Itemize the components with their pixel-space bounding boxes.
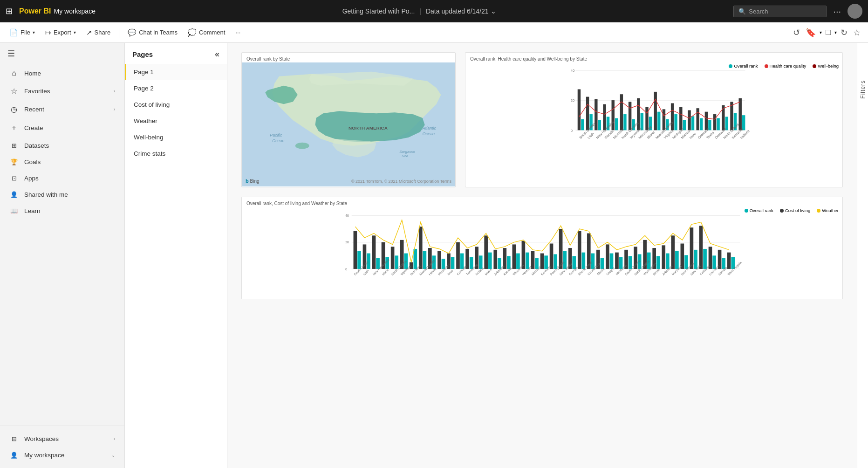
favorites-label: Favorites xyxy=(24,88,108,95)
sidebar-item-learn[interactable]: 📖 Learn xyxy=(0,203,124,219)
svg-rect-53 xyxy=(717,118,719,131)
goals-icon: 🏆 xyxy=(9,158,19,165)
favorite-icon[interactable]: ☆ xyxy=(851,26,862,40)
file-icon: 📄 xyxy=(9,28,18,37)
svg-text:Iowa: Iowa xyxy=(447,269,454,276)
sidebar-item-apps[interactable]: ⊡ Apps xyxy=(0,170,124,186)
legend-dot-overall xyxy=(729,64,732,68)
recent-label: Recent xyxy=(24,106,108,113)
legend-dot-healthcare xyxy=(765,64,768,68)
apps-icon: ⊡ xyxy=(9,175,19,182)
page-item-page2[interactable]: Page 2 xyxy=(125,80,227,96)
refresh-icon[interactable]: ↻ xyxy=(839,26,849,40)
svg-rect-22 xyxy=(586,97,589,131)
svg-rect-152 xyxy=(662,245,665,269)
export-button[interactable]: ↦ Export ▾ xyxy=(41,27,80,39)
svg-text:NORTH AMERICA: NORTH AMERICA xyxy=(349,125,388,131)
learn-label: Learn xyxy=(24,207,115,214)
datasets-label: Datasets xyxy=(24,142,115,149)
legend-label-healthcare: Health care quality xyxy=(770,63,806,69)
pages-collapse-button[interactable]: « xyxy=(215,49,219,59)
page-item-well-being[interactable]: Well-being xyxy=(125,129,227,145)
toolbar-ellipsis-icon: ··· xyxy=(235,29,240,36)
filters-label[interactable]: Filters xyxy=(860,80,866,99)
bar-chart-legend: Overall rank Health care quality Well-be… xyxy=(729,63,839,69)
shared-icon: 👤 xyxy=(9,191,19,198)
hamburger-button[interactable]: ☰ xyxy=(0,43,124,64)
page-item-weather[interactable]: Weather xyxy=(125,113,227,129)
secondary-toolbar: 📄 File ▾ ↦ Export ▾ ↗ Share 💬 Chat in Te… xyxy=(0,22,868,43)
pages-panel: Pages « Page 1 Page 2 Cost of living Wea… xyxy=(125,43,227,468)
svg-rect-30 xyxy=(620,94,623,130)
sidebar-item-datasets[interactable]: ⊞ Datasets xyxy=(0,138,124,154)
filters-panel[interactable]: Filters xyxy=(857,43,868,468)
svg-rect-156 xyxy=(681,243,684,268)
svg-rect-166 xyxy=(727,253,731,269)
powerbi-logo: Power BI xyxy=(19,7,51,15)
data-updated[interactable]: Data updated 6/14/21 ⌄ xyxy=(426,7,496,15)
pipe-separator: | xyxy=(419,7,421,15)
legend-healthcare: Health care quality xyxy=(765,63,806,69)
shared-label: Shared with me xyxy=(24,191,115,198)
undo-icon[interactable]: ↺ xyxy=(791,26,802,40)
map-chart-title: Overall rank by State xyxy=(242,53,455,62)
svg-rect-151 xyxy=(656,256,660,269)
legend-wellbeing: Well-being xyxy=(813,63,839,69)
legend2-weather: Weather xyxy=(817,208,839,213)
avatar[interactable] xyxy=(847,4,862,19)
waffle-icon[interactable]: ⊞ xyxy=(6,6,13,16)
legend-dot-wellbeing xyxy=(813,64,816,68)
map-svg: Pacific Ocean Atlantic Ocean NORTH AMERI… xyxy=(242,62,455,186)
comment-button[interactable]: 💭 Comment xyxy=(184,27,229,39)
sidebar-item-create[interactable]: ＋ Create xyxy=(0,118,124,138)
datasets-icon: ⊞ xyxy=(9,142,19,149)
svg-rect-42 xyxy=(671,103,674,131)
search-placeholder: Search xyxy=(749,8,768,15)
home-icon: ⌂ xyxy=(9,69,19,77)
create-label: Create xyxy=(24,124,115,131)
sidebar-item-workspaces[interactable]: ⊟ Workspaces › xyxy=(0,431,124,447)
svg-rect-108 xyxy=(456,242,460,269)
view-chevron: ▾ xyxy=(834,30,837,35)
report-title: Getting Started with Po... xyxy=(342,7,415,15)
svg-text:Ocean: Ocean xyxy=(272,138,284,143)
charts-row1: Overall rank by State xyxy=(241,52,843,187)
svg-rect-39 xyxy=(657,112,660,131)
search-box[interactable]: 🔍 Search xyxy=(733,6,827,17)
bing-logo: b Bing xyxy=(246,178,260,184)
legend2-label-weather: Weather xyxy=(822,208,839,213)
legend-label-overall: Overall rank xyxy=(734,63,758,69)
topbar-actions: ··· xyxy=(833,4,862,19)
sidebar-footer: ⊟ Workspaces › 👤 My workspace ⌄ xyxy=(0,426,124,468)
svg-rect-20 xyxy=(578,89,581,131)
favorites-chevron: › xyxy=(114,89,115,94)
toolbar-more-button[interactable]: ··· xyxy=(232,27,244,38)
sidebar-item-home[interactable]: ⌂ Home xyxy=(0,64,124,82)
svg-text:Atlantic: Atlantic xyxy=(422,126,437,131)
share-label: Share xyxy=(95,29,111,36)
map-body: Pacific Ocean Atlantic Ocean NORTH AMERI… xyxy=(242,62,455,186)
sidebar-item-favorites[interactable]: ☆ Favorites › xyxy=(0,82,124,100)
my-workspace-chevron: ⌄ xyxy=(111,453,115,458)
sidebar-item-my-workspace[interactable]: 👤 My workspace ⌄ xyxy=(0,447,124,463)
my-workspace-label: My workspace xyxy=(24,452,106,459)
svg-rect-43 xyxy=(674,114,677,130)
view-icon[interactable]: □ xyxy=(824,26,833,39)
svg-rect-128 xyxy=(550,243,554,268)
bookmark-icon[interactable]: 🔖 xyxy=(804,26,818,40)
sidebar-item-shared[interactable]: 👤 Shared with me xyxy=(0,186,124,203)
share-button[interactable]: ↗ Share xyxy=(82,27,115,39)
sidebar-item-recent[interactable]: ◷ Recent › xyxy=(0,100,124,118)
svg-rect-124 xyxy=(531,251,535,269)
svg-text:20: 20 xyxy=(571,98,574,103)
svg-rect-94 xyxy=(391,247,395,269)
page-item-cost-of-living[interactable]: Cost of living xyxy=(125,96,227,113)
more-options-icon[interactable]: ··· xyxy=(833,6,841,17)
chat-in-teams-button[interactable]: 💬 Chat in Teams xyxy=(124,27,181,39)
svg-rect-21 xyxy=(581,119,584,131)
legend2-label-cost: Cost of living xyxy=(785,208,810,213)
page-item-page1[interactable]: Page 1 xyxy=(125,64,227,80)
sidebar-item-goals[interactable]: 🏆 Goals xyxy=(0,154,124,170)
page-item-crime-stats[interactable]: Crime stats xyxy=(125,145,227,162)
file-button[interactable]: 📄 File ▾ xyxy=(6,27,39,39)
